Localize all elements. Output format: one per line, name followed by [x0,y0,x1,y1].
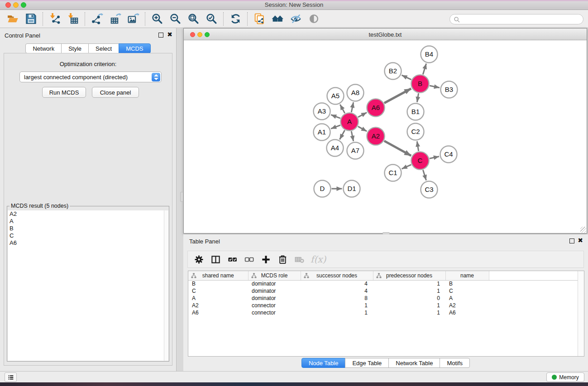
hide-eye-button[interactable] [287,11,305,27]
edge-A-A6[interactable] [358,113,367,117]
edge-A-A5[interactable] [340,105,344,113]
graph-node-A7[interactable]: A7 [347,143,364,159]
home-button[interactable] [268,11,287,27]
column-header-shared-name[interactable]: shared name [188,271,248,280]
table-close-panel-icon[interactable]: ✖ [578,238,583,243]
tab-style[interactable]: Style [61,43,89,53]
graph-node-C3[interactable]: C3 [421,181,438,198]
horizontal-splitter-handle[interactable] [180,192,183,202]
column-header-name[interactable]: name [445,271,489,280]
graph-node-A3[interactable]: A3 [314,103,330,120]
graph-node-B4[interactable]: B4 [421,46,438,63]
add-column-button[interactable] [258,253,273,266]
graph-node-D[interactable]: D [314,181,331,197]
zoom-fit-button[interactable] [184,11,202,27]
save-session-button[interactable] [22,11,40,27]
close-panel-icon[interactable]: ✖ [167,32,172,37]
duplicate-network-button[interactable] [250,11,268,27]
graph-node-A5[interactable]: A5 [327,88,344,105]
graph-node-B2[interactable]: B2 [385,63,402,80]
edge-A-A2[interactable] [358,126,367,131]
graph-node-A6[interactable]: A6 [367,99,385,117]
zoom-selected-button[interactable] [202,11,220,27]
graph-node-A[interactable]: A [341,113,359,131]
graph-node-B[interactable]: B [411,75,429,93]
edge-A-A1[interactable] [331,125,340,129]
edge-C-C2[interactable] [417,141,418,151]
table-scrollbar[interactable] [578,271,584,356]
import-table-button[interactable] [64,11,82,27]
column-header-successor-nodes[interactable]: successor nodes [301,271,373,280]
open-session-button[interactable] [4,11,22,27]
edge-B-B4[interactable] [423,64,426,75]
graph-node-B1[interactable]: B1 [407,104,424,120]
edge-B-B3[interactable] [430,86,440,87]
run-mcds-button[interactable]: Run MCDS [42,87,86,98]
edge-A-A4[interactable] [339,130,344,139]
graph-node-C2[interactable]: C2 [407,124,424,140]
table-row[interactable]: Bdominator41B [188,280,584,287]
graph-node-C[interactable]: C [411,152,429,170]
edge-A-A8[interactable] [351,102,353,112]
show-eye-button[interactable] [305,11,323,27]
delete-column-button[interactable] [275,253,290,266]
tab-mcds[interactable]: MCDS [119,43,150,53]
graph-node-C1[interactable]: C1 [385,165,402,181]
table-row[interactable]: A6connector11A6 [188,309,584,316]
result-item[interactable]: A2 [8,210,164,218]
refresh-button[interactable] [226,11,244,27]
network-graph-canvas[interactable]: AA1A2A3A4A5A6A7A8BB1B2B3B4CC1C2C3C4DD1 [184,40,587,233]
result-item[interactable]: A [8,218,164,225]
memory-button[interactable]: Memory [546,372,584,382]
export-network-button[interactable] [88,11,106,27]
edge-A-A3[interactable] [331,115,340,119]
graph-node-C4[interactable]: C4 [440,146,457,163]
export-image-button[interactable] [124,11,142,27]
edge-C-C4[interactable] [430,157,439,159]
edge-C-C3[interactable] [423,170,426,181]
column-header-MCDS-role[interactable]: MCDS role [248,271,301,280]
split-columns-button[interactable] [208,253,223,266]
result-item[interactable]: A6 [8,239,164,247]
graph-node-A4[interactable]: A4 [327,140,344,157]
graph-node-A8[interactable]: A8 [347,85,364,101]
zoom-in-button[interactable] [148,11,166,27]
import-network-button[interactable] [46,11,64,27]
clear-checks-button[interactable] [242,253,257,266]
table-row[interactable]: Cdominator41C [188,287,584,295]
gear-button[interactable] [191,253,206,266]
result-scrollbar[interactable] [164,210,168,361]
zoom-out-button[interactable] [166,11,184,27]
table-float-panel-icon[interactable] [569,238,574,243]
graph-node-A1[interactable]: A1 [314,124,330,141]
tab-select[interactable]: Select [88,43,119,53]
float-panel-icon[interactable] [158,33,163,38]
edge-A6-B[interactable] [384,89,411,103]
export-table-button[interactable] [106,11,124,27]
tab-motifs[interactable]: Motifs [440,358,470,368]
column-header-predecessor-nodes[interactable]: predecessor nodes [373,271,445,280]
select-all-checks-button[interactable] [225,253,240,266]
task-history-button[interactable] [5,372,17,382]
window-resize-handle[interactable] [580,227,586,233]
graph-node-D1[interactable]: D1 [344,181,360,197]
close-panel-button[interactable]: Close panel [92,87,139,98]
optimization-criterion-select[interactable]: largest connected component (directed) [19,71,162,82]
edge-A-A7[interactable] [351,131,353,141]
edge-A2-C[interactable] [384,141,411,156]
graph-node-A2[interactable]: A2 [367,128,385,145]
edge-C-C1[interactable] [402,165,411,169]
result-item[interactable]: C [8,232,164,239]
table-row[interactable]: A2connector11A2 [188,302,584,309]
search-input[interactable] [463,15,579,24]
table-row[interactable]: Adominator80A [188,295,584,302]
graph-node-B3[interactable]: B3 [441,81,458,98]
edge-B-B1[interactable] [417,93,418,102]
edge-B-B2[interactable] [402,75,411,80]
tab-network[interactable]: Network [25,43,62,53]
result-item[interactable]: B [8,225,164,232]
refresh-icon [229,13,242,25]
tab-node-table[interactable]: Node Table [301,358,346,368]
tab-edge-table[interactable]: Edge Table [345,358,389,368]
tab-network-table[interactable]: Network Table [388,358,440,368]
